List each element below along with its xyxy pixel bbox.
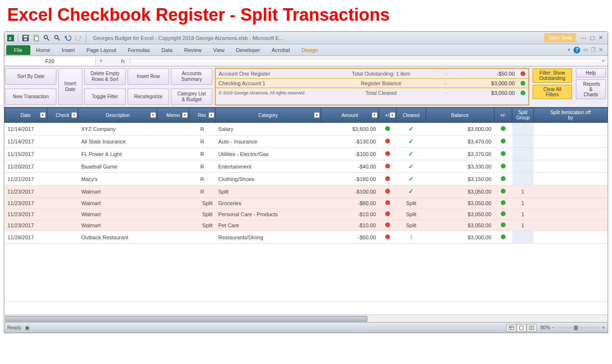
cell-amount[interactable]: -$100.00 xyxy=(321,148,378,160)
cell-description[interactable]: Outback Restaurant xyxy=(78,231,157,244)
fx-label[interactable]: fx xyxy=(116,58,130,64)
minimize-icon[interactable]: — xyxy=(581,35,586,41)
cell-split-group[interactable]: 1 xyxy=(512,209,534,220)
filter-dropdown-icon[interactable]: ▾ xyxy=(372,112,378,118)
insert-row-button[interactable]: Insert Row xyxy=(128,68,169,85)
filter-dropdown-icon[interactable]: ▾ xyxy=(71,112,77,118)
cell-cleared[interactable]: ! xyxy=(397,231,426,244)
table-row[interactable]: 11/21/2017Macy'sRClothing/Shoes-$180.00✓… xyxy=(5,173,608,185)
cell-rec[interactable]: Split xyxy=(189,198,216,209)
tab-insert[interactable]: Insert xyxy=(56,45,81,55)
cell-balance[interactable]: $3,050.00 xyxy=(426,209,494,220)
header-split-itemization[interactable]: Split itemization off by xyxy=(550,110,591,120)
header-split-group[interactable]: Split Group xyxy=(516,110,530,120)
sort-by-date-button[interactable]: Sort By Date xyxy=(5,68,56,85)
macro-recorder-icon[interactable]: ▣ xyxy=(25,325,29,330)
cell-check[interactable] xyxy=(47,198,78,209)
table-row[interactable]: 11/23/2017WalmartSplitPet Care-$10.00Spl… xyxy=(5,220,608,231)
tab-formulas[interactable]: Formulas xyxy=(122,45,156,55)
cell-split-item[interactable] xyxy=(534,173,607,185)
cell-rec[interactable]: R xyxy=(189,123,216,135)
tab-design[interactable]: Design xyxy=(296,45,324,55)
close-icon[interactable]: ✕ xyxy=(599,35,603,41)
header-cleared[interactable]: Cleared xyxy=(403,113,419,118)
cell-description[interactable]: Macy's xyxy=(78,173,157,185)
cell-rec[interactable]: Split xyxy=(189,209,216,220)
recategorize-button[interactable]: Recategorize xyxy=(128,89,169,105)
cell-amount[interactable]: -$10.00 xyxy=(321,220,378,231)
cell-split-group[interactable] xyxy=(512,148,534,160)
table-row[interactable]: 11/14/2017XYZ CompanyRSalary$3,600.00✓$3… xyxy=(5,123,608,135)
cell-split-group[interactable] xyxy=(512,135,534,148)
cell-pm2[interactable] xyxy=(494,148,512,160)
cell-date[interactable]: 11/14/2017 xyxy=(5,123,47,135)
cell-amount[interactable]: -$10.00 xyxy=(321,209,378,220)
cell-date[interactable]: 11/15/2017 xyxy=(5,148,47,160)
cell-date[interactable]: 11/23/2017 xyxy=(5,198,47,209)
cell-date[interactable]: 11/20/2017 xyxy=(5,160,47,173)
cell-rec[interactable]: R xyxy=(189,148,216,160)
cell-balance[interactable]: $3,330.00 xyxy=(426,160,494,173)
cell-pm2[interactable] xyxy=(494,209,512,220)
horizontal-scrollbar[interactable] xyxy=(4,314,608,322)
cell-memo[interactable] xyxy=(157,160,189,173)
cell-pm1[interactable] xyxy=(379,209,397,220)
cell-cleared[interactable]: ✓ xyxy=(397,185,426,198)
cell-date[interactable]: 11/21/2017 xyxy=(5,173,47,185)
cell-pm1[interactable] xyxy=(379,123,397,135)
spreadsheet-area[interactable]: Date▾ Check▾ Description▾ Memo▾ Rec▾ Cat… xyxy=(4,107,608,314)
cell-pm1[interactable] xyxy=(379,160,397,173)
formula-input[interactable] xyxy=(130,60,599,62)
cell-date[interactable]: 11/14/2017 xyxy=(5,135,47,148)
cell-rec[interactable]: R xyxy=(189,160,216,173)
header-category[interactable]: Category xyxy=(258,113,278,118)
reports-charts-button[interactable]: Reports & Charts xyxy=(576,79,606,99)
tab-view[interactable]: View xyxy=(208,45,231,55)
cell-split-item[interactable] xyxy=(534,220,607,231)
cell-amount[interactable]: -$50.00 xyxy=(321,231,378,244)
cell-category[interactable]: Restaurants/Dining xyxy=(215,231,321,244)
category-list-button[interactable]: Category List & Budget xyxy=(171,89,212,105)
cell-split-group[interactable] xyxy=(512,231,534,244)
cell-check[interactable] xyxy=(47,123,78,135)
cell-pm1[interactable] xyxy=(379,135,397,148)
cell-split-item[interactable] xyxy=(534,185,607,198)
cell-category[interactable]: Salary xyxy=(215,123,321,135)
cell-pm2[interactable] xyxy=(494,123,512,135)
page-break-view-icon[interactable] xyxy=(527,324,536,332)
cell-amount[interactable]: -$130.00 xyxy=(321,135,378,148)
cell-amount[interactable]: -$40.00 xyxy=(321,160,378,173)
cell-pm2[interactable] xyxy=(494,231,512,244)
zoom-slider[interactable] xyxy=(557,327,600,329)
close-workbook-icon[interactable]: ✕ xyxy=(599,47,603,53)
cell-memo[interactable] xyxy=(157,220,189,231)
restore-window-icon[interactable]: ❐ xyxy=(591,47,596,53)
table-row[interactable]: 11/23/2017WalmartSplitGroceries-$80.00Sp… xyxy=(5,198,608,209)
minimize-ribbon-icon[interactable]: ▭ xyxy=(583,47,588,53)
cell-date[interactable]: 11/23/2017 xyxy=(5,185,47,198)
cell-pm1[interactable] xyxy=(379,148,397,160)
cell-check[interactable] xyxy=(47,173,78,185)
redo-icon[interactable] xyxy=(74,34,83,42)
header-check[interactable]: Check xyxy=(56,113,69,118)
cell-check[interactable] xyxy=(47,185,78,198)
cell-category[interactable]: Groceries xyxy=(215,198,321,209)
delete-empty-rows-button[interactable]: Delete Empty Rows & Sort xyxy=(84,68,126,85)
cell-balance[interactable]: $3,050.00 xyxy=(426,220,494,231)
filter-dropdown-icon[interactable]: ▾ xyxy=(150,112,156,118)
cell-split-item[interactable] xyxy=(534,135,607,148)
excel-icon[interactable]: X xyxy=(6,34,15,42)
filter-show-outstanding-button[interactable]: Filter: Show Outstanding xyxy=(533,68,572,83)
cell-split-item[interactable] xyxy=(534,231,607,244)
clear-all-filters-button[interactable]: Clear All Filters xyxy=(533,85,572,99)
cell-pm2[interactable] xyxy=(494,160,512,173)
cell-balance[interactable]: $3,050.00 xyxy=(426,185,494,198)
help-button[interactable]: Help xyxy=(576,68,606,78)
header-date[interactable]: Date xyxy=(21,113,31,118)
cell-description[interactable]: Baseball Game xyxy=(78,160,157,173)
cell-memo[interactable] xyxy=(157,209,189,220)
filter-dropdown-icon[interactable]: ▾ xyxy=(390,112,395,118)
cell-category[interactable]: Pet Care xyxy=(215,220,321,231)
copy-icon[interactable] xyxy=(32,34,40,42)
cell-split-item[interactable] xyxy=(534,123,607,135)
